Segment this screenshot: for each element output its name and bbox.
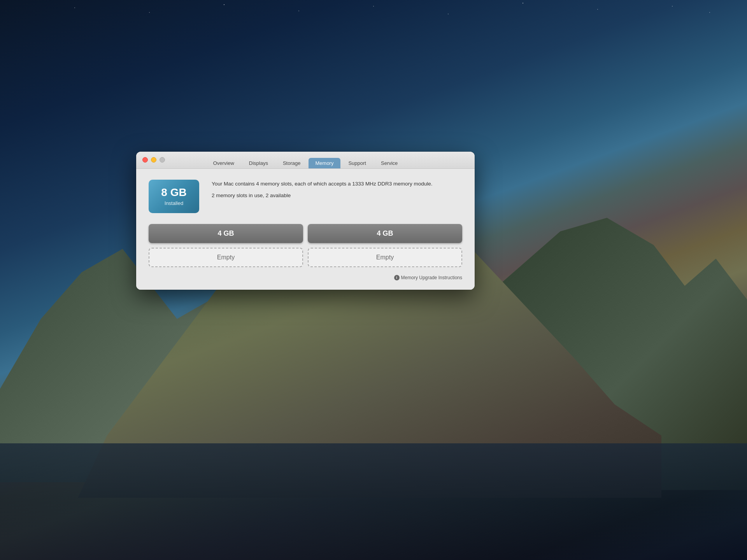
tab-storage[interactable]: Storage	[276, 158, 308, 168]
stars	[0, 0, 747, 156]
system-info-window: Overview Displays Storage Memory Support…	[136, 152, 475, 290]
tab-support[interactable]: Support	[341, 158, 373, 168]
memory-description-line2: 2 memory slots in use, 2 available	[212, 191, 433, 200]
upgrade-link-label: Memory Upgrade Instructions	[401, 275, 462, 280]
memory-slot-2: 4 GB	[308, 224, 462, 243]
slot-grid: 4 GB 4 GB Empty Empty	[149, 224, 462, 267]
tab-bar: Overview Displays Storage Memory Support…	[206, 158, 405, 168]
title-bar: Overview Displays Storage Memory Support…	[136, 152, 475, 169]
slot-2-size: 4 GB	[377, 229, 393, 237]
tab-service[interactable]: Service	[374, 158, 405, 168]
window-controls	[142, 157, 165, 163]
memory-installed-label: Installed	[158, 200, 190, 206]
tab-memory[interactable]: Memory	[309, 158, 341, 168]
water-reflection	[0, 443, 747, 560]
upgrade-link-icon: i	[394, 275, 400, 280]
footer: i Memory Upgrade Instructions	[149, 273, 462, 280]
upgrade-link[interactable]: i Memory Upgrade Instructions	[394, 275, 462, 280]
memory-slot-1: 4 GB	[149, 224, 303, 243]
top-section: 8 GB Installed Your Mac contains 4 memor…	[149, 180, 462, 213]
memory-description-line1: Your Mac contains 4 memory slots, each o…	[212, 180, 433, 188]
memory-slot-4: Empty	[308, 248, 462, 267]
slot-1-size: 4 GB	[217, 229, 234, 237]
memory-panel-content: 8 GB Installed Your Mac contains 4 memor…	[136, 169, 475, 290]
slot-4-label: Empty	[376, 254, 394, 261]
memory-slot-3: Empty	[149, 248, 303, 267]
memory-info: Your Mac contains 4 memory slots, each o…	[212, 180, 433, 203]
close-button[interactable]	[142, 157, 148, 163]
memory-amount: 8 GB	[158, 187, 190, 199]
slot-3-label: Empty	[217, 254, 235, 261]
memory-badge: 8 GB Installed	[149, 180, 199, 213]
tab-overview[interactable]: Overview	[206, 158, 241, 168]
tab-displays[interactable]: Displays	[242, 158, 275, 168]
maximize-button[interactable]	[160, 157, 165, 163]
minimize-button[interactable]	[151, 157, 156, 163]
